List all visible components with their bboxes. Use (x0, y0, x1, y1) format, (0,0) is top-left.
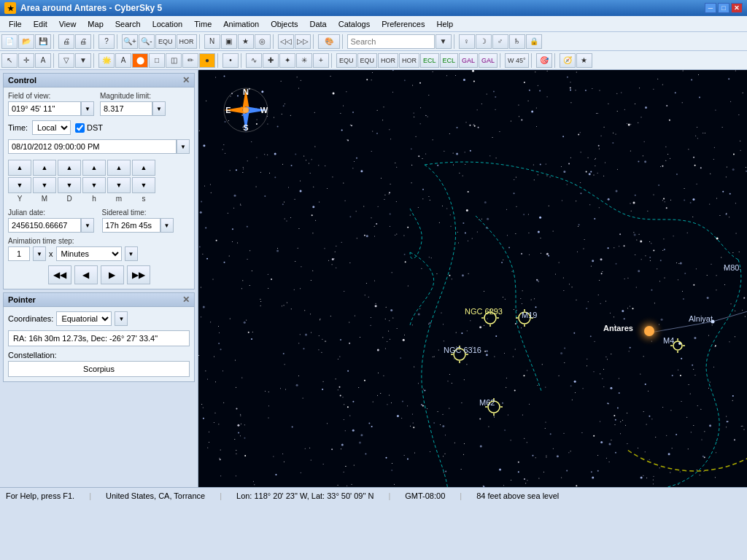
tool6[interactable]: ✏ (182, 53, 198, 68)
menu-file[interactable]: File (3, 18, 28, 30)
print-button[interactable]: 🖨 (58, 34, 74, 49)
tool5[interactable]: ◫ (166, 53, 182, 68)
north-button[interactable]: N (204, 34, 220, 49)
sidereal-dropdown[interactable]: ▼ (160, 218, 174, 233)
target-btn[interactable]: 🎯 (536, 53, 552, 68)
obj-button[interactable]: ◎ (255, 34, 271, 49)
tool7[interactable]: ● (199, 53, 215, 68)
anim-value-dropdown[interactable]: ▼ (33, 246, 46, 261)
control-panel-close[interactable]: ✕ (182, 75, 190, 85)
step-down-m[interactable]: ▼ (33, 177, 56, 193)
hor-label[interactable]: HOR (177, 34, 197, 49)
ecl2-label[interactable]: ECL (440, 53, 459, 68)
sidereal-input[interactable] (102, 218, 160, 233)
filter-up[interactable]: ▽ (58, 53, 74, 68)
cursor-btn[interactable]: ↖ (1, 53, 18, 68)
datetime-input[interactable] (8, 139, 177, 154)
filter-down[interactable]: ▼ (75, 53, 91, 68)
gal2-label[interactable]: GAL (479, 53, 498, 68)
gal-label[interactable]: GAL (459, 53, 478, 68)
asterisk-btn[interactable]: ✳ (296, 53, 312, 68)
anim-unit-dropdown[interactable]: ▼ (125, 246, 138, 261)
fov-input[interactable] (8, 101, 81, 116)
plus-btn[interactable]: + (313, 53, 329, 68)
menu-edit[interactable]: Edit (28, 18, 53, 30)
restore-button[interactable]: □ (718, 3, 729, 13)
equ2-label[interactable]: EQU (336, 53, 357, 68)
move-left-button[interactable]: ◁◁ (278, 34, 294, 49)
print2-button[interactable]: 🖨 (75, 34, 91, 49)
tool2[interactable]: A (115, 53, 131, 68)
search-dropdown[interactable]: ▼ (436, 34, 452, 49)
step-up-y[interactable]: ▲ (8, 160, 31, 176)
menu-animation[interactable]: Animation (217, 18, 265, 30)
menu-search[interactable]: Search (109, 18, 147, 30)
equ-label[interactable]: EQU (155, 34, 176, 49)
step-down-min[interactable]: ▼ (107, 177, 131, 193)
step-up-d[interactable]: ▲ (58, 160, 81, 176)
play-back-fast[interactable]: ◀◀ (48, 265, 71, 284)
save-button[interactable]: 💾 (35, 34, 51, 49)
menu-time[interactable]: Time (188, 18, 217, 30)
pointer-panel-close[interactable]: ✕ (182, 295, 190, 305)
mag-button[interactable]: ★ (238, 34, 254, 49)
menu-map[interactable]: Map (82, 18, 109, 30)
step-up-m[interactable]: ▲ (33, 160, 56, 176)
step-up-min[interactable]: ▲ (107, 160, 131, 176)
anim-unit-select[interactable]: Minutes Seconds Hours Days (56, 246, 122, 261)
move-right-button[interactable]: ▷▷ (295, 34, 311, 49)
anim-value-input[interactable] (8, 246, 30, 261)
step-up-s[interactable]: ▲ (132, 160, 155, 176)
ecl-label[interactable]: ECL (420, 53, 439, 68)
coord-dropdown[interactable]: ▼ (115, 311, 128, 326)
play-back[interactable]: ◀ (74, 265, 98, 284)
play-forward-fast[interactable]: ▶▶ (127, 265, 150, 284)
mag-dropdown[interactable]: ▼ (152, 101, 166, 116)
time-type-select[interactable]: Local (32, 120, 71, 135)
star2-btn[interactable]: ★ (576, 53, 592, 68)
help-button[interactable]: ? (98, 34, 115, 49)
dst-checkbox[interactable] (75, 123, 85, 133)
mag-input[interactable] (100, 101, 152, 116)
menu-preferences[interactable]: Preferences (376, 18, 430, 30)
julian-dropdown[interactable]: ▼ (81, 218, 94, 233)
datetime-dropdown[interactable]: ▼ (177, 139, 190, 154)
menu-view[interactable]: View (53, 18, 82, 30)
equ3-label[interactable]: EQU (357, 53, 378, 68)
step-down-d[interactable]: ▼ (58, 177, 81, 193)
close-button[interactable]: ✕ (731, 3, 743, 13)
text-btn[interactable]: A (35, 53, 51, 68)
w45-label[interactable]: W 45° (505, 53, 529, 68)
menu-catalogs[interactable]: Catalogs (333, 18, 376, 30)
play-forward[interactable]: ▶ (101, 265, 124, 284)
menu-help[interactable]: Help (430, 18, 459, 30)
minimize-button[interactable]: ─ (705, 3, 716, 13)
dot-btn[interactable]: • (222, 53, 239, 68)
coord-type-select[interactable]: Equatorial Horizontal Galactic (56, 311, 112, 326)
tool4[interactable]: □ (149, 53, 165, 68)
menu-data[interactable]: Data (303, 18, 332, 30)
compass-btn[interactable]: 🧭 (560, 53, 576, 68)
menu-objects[interactable]: Objects (265, 18, 303, 30)
step-down-h[interactable]: ▼ (82, 177, 106, 193)
search-input[interactable] (347, 34, 435, 49)
open-button[interactable]: 📂 (18, 34, 34, 49)
menu-location[interactable]: Location (147, 18, 189, 30)
fov-dropdown[interactable]: ▼ (81, 101, 94, 116)
wave-btn[interactable]: ∿ (246, 53, 262, 68)
color-button[interactable]: 🎨 (318, 34, 340, 49)
cross2-btn[interactable]: ✚ (263, 53, 279, 68)
tool1[interactable]: 🌟 (98, 53, 115, 68)
zoom-in-button[interactable]: 🔍+ (122, 34, 138, 49)
new-button[interactable]: 📄 (1, 34, 18, 49)
hor3-label[interactable]: HOR (399, 53, 419, 68)
julian-input[interactable] (8, 218, 81, 233)
step-up-h[interactable]: ▲ (82, 160, 106, 176)
sel-button[interactable]: ▣ (221, 34, 237, 49)
star-map[interactable]: N S E W Jabbah Graffias Dschubba Alniyat… (198, 70, 747, 487)
star-btn[interactable]: ✦ (279, 53, 295, 68)
tool3[interactable]: ⬤ (132, 53, 148, 68)
step-down-s[interactable]: ▼ (132, 177, 155, 193)
step-down-y[interactable]: ▼ (8, 177, 31, 193)
cross-btn[interactable]: ✛ (18, 53, 34, 68)
